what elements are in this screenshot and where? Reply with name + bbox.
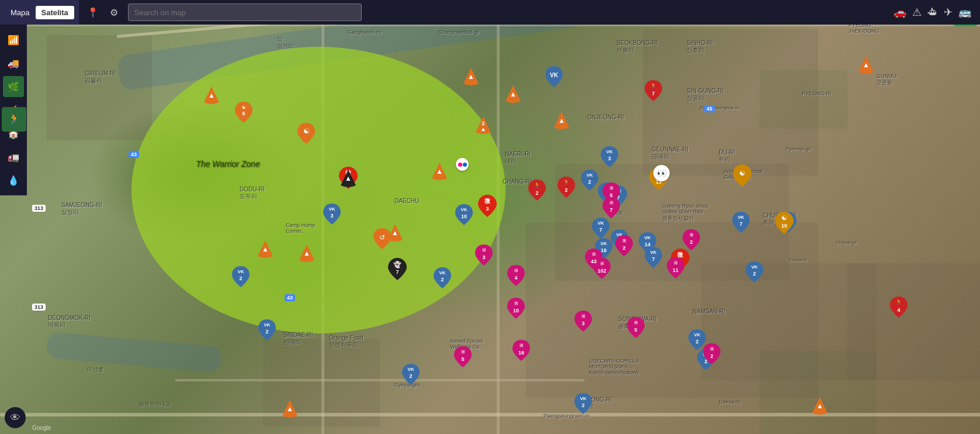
road-badge-43: 43 — [129, 151, 139, 158]
marker-strava-11[interactable]: ▲ — [858, 56, 874, 75]
car-icon[interactable]: 🚗 — [894, 6, 906, 19]
marker-flickr-13[interactable]: ⊞5 — [453, 346, 472, 368]
svg-text:VK: VK — [439, 270, 445, 275]
marker-run-2[interactable]: 🏃2 — [528, 179, 546, 201]
marker-vk-6[interactable]: VK2 — [401, 363, 420, 385]
marker-vk-16[interactable]: VK7 — [644, 246, 663, 268]
svg-text:3: 3 — [581, 321, 584, 326]
sidebar-truck2[interactable]: 🚛 — [3, 146, 24, 167]
svg-text:▲: ▲ — [510, 90, 517, 98]
flickr-dot[interactable] — [456, 158, 469, 171]
search-bar[interactable] — [128, 4, 362, 21]
svg-text:2: 2 — [753, 271, 756, 277]
marker-vk-21[interactable]: VK2 — [574, 392, 593, 415]
svg-text:🏃: 🏃 — [650, 82, 657, 89]
marker-strava-12[interactable]: ▲ — [812, 397, 828, 416]
marker-vk-11[interactable]: VK7 — [591, 217, 610, 239]
marker-vk-18[interactable]: VK7 — [732, 211, 750, 233]
svg-text:43: 43 — [591, 259, 597, 264]
marker-strava-10[interactable]: ▲ — [203, 86, 220, 106]
marker-flickr-6[interactable]: ⊞43 — [584, 248, 603, 270]
marker-flickr-15[interactable]: ⊞2 — [682, 229, 701, 251]
marker-runkeeper-2[interactable]: ☯ — [296, 122, 316, 145]
marker-vk-1[interactable]: VK3 — [323, 203, 341, 225]
green-2 — [760, 351, 877, 434]
marker-vk-20[interactable]: VK2 — [745, 261, 764, 283]
map-button[interactable]: Mapa — [5, 6, 36, 19]
svg-text:VK: VK — [407, 367, 414, 372]
svg-text:VK: VK — [737, 215, 744, 220]
svg-text:2: 2 — [535, 190, 538, 196]
marker-flickr-8[interactable]: ⊞7 — [602, 197, 621, 219]
marker-strava-black[interactable]: ▲ — [340, 169, 356, 189]
bus-icon[interactable]: 🚌 — [958, 6, 971, 19]
marker-swarm-2[interactable]: ☯10 — [774, 211, 794, 235]
location-icon[interactable]: 📍 — [85, 4, 101, 20]
marker-vk-9[interactable]: VK2 — [580, 169, 599, 191]
sidebar-run-icon[interactable]: 🏃 — [2, 107, 26, 132]
marker-vk-8[interactable]: VK3 — [600, 146, 619, 168]
marker-flickr-2[interactable]: ⊞4 — [507, 264, 525, 287]
marker-flickr-3[interactable]: ⊞10 — [507, 297, 525, 319]
svg-text:7: 7 — [652, 91, 655, 97]
svg-text:2: 2 — [441, 277, 444, 283]
search-input[interactable] — [134, 8, 355, 17]
marker-flickr-9[interactable]: ⊞2 — [615, 235, 633, 257]
svg-text:▲: ▲ — [208, 91, 215, 99]
svg-text:☯: ☯ — [242, 105, 246, 110]
boat-icon[interactable]: ⛴ — [927, 6, 938, 19]
svg-text:VK: VK — [328, 206, 335, 212]
svg-text:2: 2 — [690, 239, 692, 245]
eyes-marker[interactable]: 👀 — [653, 165, 670, 181]
svg-text:6: 6 — [242, 111, 245, 116]
marker-flickr-12[interactable]: ⊞5 — [626, 316, 645, 339]
svg-text:10: 10 — [781, 223, 787, 229]
marker-flickr-10[interactable]: ⊞11 — [666, 257, 685, 279]
sidebar-truck[interactable]: 🚚 — [3, 53, 24, 74]
marker-strava-3[interactable]: ▲ — [505, 85, 521, 105]
marker-strava-13[interactable]: ▲ — [282, 399, 298, 419]
satellite-button[interactable]: Satelita — [36, 6, 74, 19]
marker-flickr-4[interactable]: ⊞16 — [512, 339, 531, 361]
marker-vk-3[interactable]: VK2 — [231, 266, 250, 288]
marker-vk-4[interactable]: VK2 — [258, 319, 276, 341]
svg-text:👻: 👻 — [393, 260, 401, 268]
urban-1 — [47, 35, 152, 140]
marker-swarm-3[interactable]: ☯ — [732, 164, 752, 187]
svg-text:2: 2 — [710, 353, 713, 359]
marker-vk-7[interactable]: VK — [545, 66, 563, 88]
settings-icon[interactable]: ⚙ — [106, 4, 122, 20]
marker-run-1[interactable]: 🏃7 — [644, 80, 663, 102]
marker-run-4[interactable]: 🏃4 — [889, 296, 908, 318]
marker-vk-2[interactable]: VK10 — [455, 204, 473, 226]
marker-run-3[interactable]: 🏃2 — [557, 176, 576, 198]
marker-snapchat[interactable]: 👻7 — [387, 257, 407, 281]
marker-runkeeper-3[interactable]: ↺ — [372, 227, 392, 250]
marker-vk-5[interactable]: VK2 — [433, 267, 452, 289]
marker-strava-9[interactable]: ▲ — [299, 244, 315, 264]
eye-icon-bottom[interactable]: 👁 — [5, 407, 26, 428]
svg-text:VK: VK — [580, 396, 586, 401]
svg-text:⊞: ⊞ — [690, 232, 694, 237]
paengseong-ro — [0, 413, 980, 416]
sidebar-leaf[interactable]: 🌿 — [3, 76, 24, 97]
svg-text:⊞: ⊞ — [710, 346, 714, 352]
svg-text:▲: ▲ — [468, 73, 475, 81]
marker-strava-4[interactable]: ▲ — [553, 111, 570, 131]
plane-icon[interactable]: ✈ — [944, 6, 953, 19]
marker-strava-5[interactable]: 2▲ — [475, 116, 491, 136]
marker-strava-6[interactable]: ▲ — [431, 162, 448, 182]
warning-icon[interactable]: ⚠ — [912, 6, 922, 19]
sidebar-drop[interactable]: 💧 — [3, 170, 24, 191]
marker-runkeeper-1[interactable]: ☯6 — [234, 101, 254, 124]
marker-strava-2[interactable]: ▲ — [463, 67, 479, 87]
marker-flickr-1[interactable]: ⊞3 — [475, 244, 493, 266]
sidebar-signal[interactable]: 📶 — [3, 29, 24, 50]
svg-text:▲: ▲ — [303, 249, 310, 257]
road-h2 — [0, 25, 980, 26]
marker-weibo-2[interactable]: 微3 — [477, 194, 497, 218]
marker-flickr-11[interactable]: ⊞3 — [574, 310, 593, 332]
marker-flickr-14[interactable]: ⊞2 — [702, 343, 721, 365]
svg-text:VK: VK — [694, 332, 700, 337]
marker-strava-8[interactable]: ▲ — [257, 240, 273, 260]
